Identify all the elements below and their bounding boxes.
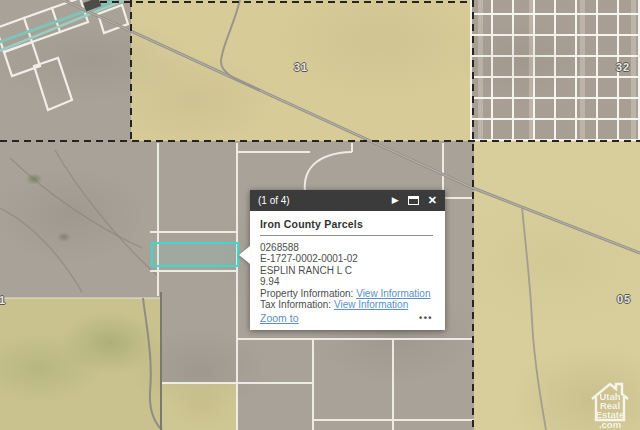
zoom-to-link[interactable]: Zoom to: [260, 312, 419, 324]
utah-real-estate-watermark: Utah Real Estate .com: [583, 377, 637, 429]
popup-pagination: (1 of 4): [258, 195, 383, 206]
dock-popup-button[interactable]: [408, 196, 419, 205]
more-options-button[interactable]: •••: [419, 313, 433, 323]
parcel-outlines-topleft: [0, 0, 128, 110]
property-information-link[interactable]: View Information: [356, 288, 430, 299]
acreage-field: 9.94: [260, 276, 433, 287]
section-label-05: 05: [617, 293, 631, 305]
next-feature-button[interactable]: ▶: [392, 196, 399, 205]
property-information-label: Property Information:: [260, 288, 356, 299]
popup-title: Iron County Parcels: [260, 218, 433, 230]
next-arrow-icon: ▶: [392, 196, 399, 205]
close-icon: ✕: [428, 195, 437, 206]
watermark-word-com: .com: [599, 419, 621, 429]
section-label-01-partial: 01: [0, 294, 6, 306]
selected-parcel-highlight[interactable]: [151, 242, 239, 267]
map-viewport[interactable]: 31 32 05 01 Utah Real Estate .com (1 of …: [0, 0, 640, 430]
owner-name-field: ESPLIN RANCH L C: [260, 265, 433, 276]
popup-footer: Zoom to •••: [260, 312, 433, 324]
parcel-info-popup: (1 of 4) ▶ ✕ Iron County Parcels 0268588…: [250, 190, 445, 330]
dirt-track-lines: [0, 150, 158, 292]
close-popup-button[interactable]: ✕: [428, 195, 437, 206]
tax-information-row: Tax Information: View Information: [260, 299, 433, 310]
popup-divider: [260, 235, 433, 236]
tax-information-label: Tax Information:: [260, 299, 334, 310]
property-information-row: Property Information: View Information: [260, 288, 433, 299]
popup-callout-arrow: [239, 246, 250, 264]
dock-icon: [408, 196, 419, 205]
section-label-32: 32: [616, 61, 630, 73]
section-label-31: 31: [294, 61, 308, 73]
popup-header: (1 of 4) ▶ ✕: [250, 190, 445, 211]
serial-number-field: E-1727-0002-0001-02: [260, 253, 433, 264]
popup-body: Iron County Parcels 0268588 E-1727-0002-…: [250, 211, 445, 330]
parcel-id-field: 0268588: [260, 242, 433, 253]
tax-information-link[interactable]: View Information: [334, 299, 408, 310]
